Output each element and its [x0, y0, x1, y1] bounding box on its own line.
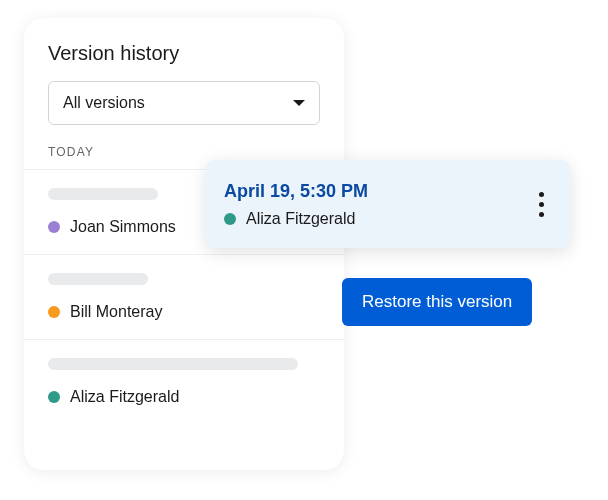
version-item[interactable]: Aliza Fitzgerald — [24, 339, 344, 424]
version-filter-dropdown[interactable]: All versions — [48, 81, 320, 125]
author-color-dot — [48, 391, 60, 403]
author-name: Aliza Fitzgerald — [70, 388, 179, 406]
chevron-down-icon — [293, 100, 305, 106]
version-detail-popover: April 19, 5:30 PM Aliza Fitzgerald — [206, 160, 570, 248]
author-name: Bill Monteray — [70, 303, 162, 321]
author-color-dot — [224, 213, 236, 225]
more-options-icon[interactable] — [531, 184, 552, 225]
author-name: Aliza Fitzgerald — [246, 210, 355, 228]
author-name: Joan Simmons — [70, 218, 176, 236]
version-item[interactable]: Bill Monteray — [24, 254, 344, 339]
author-row: Aliza Fitzgerald — [48, 388, 320, 406]
author-color-dot — [48, 221, 60, 233]
version-title-placeholder — [48, 273, 148, 285]
version-author: Aliza Fitzgerald — [224, 210, 368, 228]
version-timestamp: April 19, 5:30 PM — [224, 181, 368, 202]
author-row: Bill Monteray — [48, 303, 320, 321]
panel-title: Version history — [24, 42, 344, 81]
version-title-placeholder — [48, 358, 298, 370]
version-title-placeholder — [48, 188, 158, 200]
restore-version-button[interactable]: Restore this version — [342, 278, 532, 326]
dropdown-label: All versions — [63, 94, 145, 112]
author-color-dot — [48, 306, 60, 318]
